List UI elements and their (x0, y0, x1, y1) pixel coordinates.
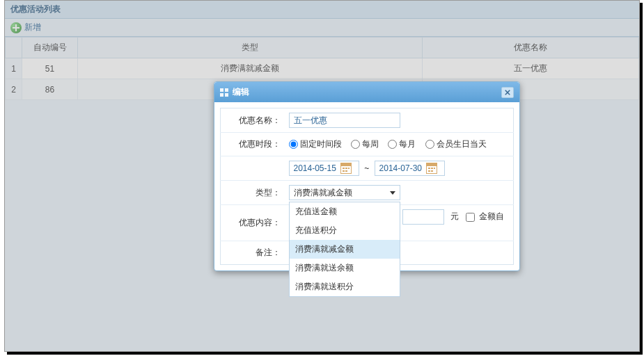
type-option[interactable]: 消费满就送余额 (290, 259, 400, 277)
label-type: 类型： (221, 181, 285, 205)
dialog-body: 优惠名称： 优惠时段： 固定时间段 每周 每月 会员生日当天 (214, 102, 519, 270)
radio-fixed-label: 固定时间段 (300, 139, 342, 149)
type-combo-value: 消费满就减金额 (294, 187, 352, 199)
type-dropdown: 充值送金额 充值送积分 消费满就减金额 消费满就送余额 消费满就送积分 (289, 202, 400, 297)
radio-monthly[interactable]: 每月 (388, 139, 416, 149)
date-to-value: 2014-07-30 (379, 163, 422, 173)
auto-double-checkbox[interactable] (466, 213, 475, 222)
radio-monthly-label: 每月 (399, 139, 416, 149)
type-option[interactable]: 充值送积分 (290, 221, 400, 240)
label-name: 优惠名称： (221, 108, 285, 133)
label-period: 优惠时段： (221, 133, 285, 156)
dialog-title: 编辑 (233, 86, 249, 98)
close-button[interactable] (501, 87, 514, 98)
radio-birthday[interactable]: 会员生日当天 (425, 139, 487, 149)
amount-input[interactable] (402, 209, 444, 225)
calendar-icon (426, 163, 437, 174)
unit-label: 元 (450, 211, 459, 221)
date-to-input[interactable]: 2014-07-30 (375, 161, 445, 176)
date-from-input[interactable]: 2014-05-15 (289, 161, 359, 176)
label-remark: 备注： (221, 241, 285, 265)
type-combo[interactable]: 消费满就减金额 (289, 185, 400, 200)
type-option[interactable]: 消费满就减金额 (290, 240, 400, 259)
radio-weekly[interactable]: 每周 (351, 139, 379, 149)
chevron-down-icon (390, 191, 395, 195)
close-icon (505, 90, 510, 95)
date-tilde: ~ (364, 163, 369, 173)
type-option[interactable]: 充值送金额 (290, 202, 400, 221)
label-daterange (221, 156, 285, 181)
type-option[interactable]: 消费满就送积分 (290, 277, 400, 296)
radio-fixed[interactable]: 固定时间段 (289, 139, 342, 149)
calendar-icon (340, 163, 352, 174)
edit-dialog: 编辑 优惠名称： 优惠时段： 固定时间段 每周 (214, 81, 520, 271)
label-content: 优惠内容： (221, 205, 285, 241)
dialog-header: 编辑 (214, 82, 519, 102)
grid-icon (220, 88, 228, 97)
radio-birthday-label: 会员生日当天 (437, 139, 487, 149)
name-input[interactable] (289, 113, 400, 128)
radio-weekly-label: 每周 (362, 139, 379, 149)
date-from-value: 2014-05-15 (294, 163, 336, 173)
